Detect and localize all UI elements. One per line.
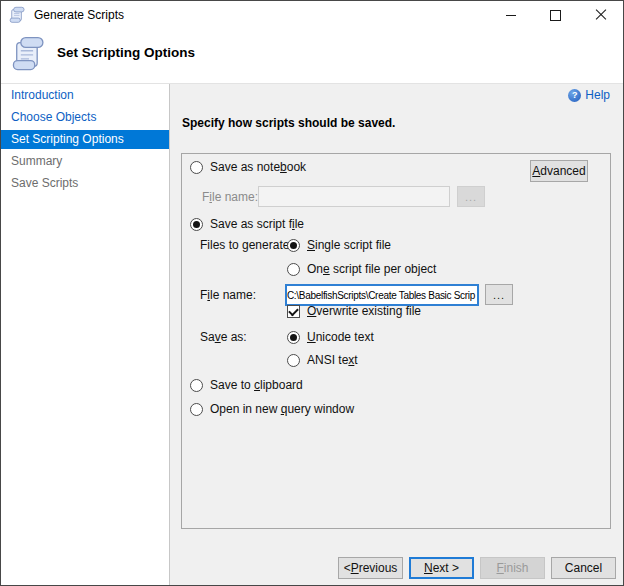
radio-save-as-notebook[interactable]: Save as notebook: [190, 159, 306, 175]
page-title: Set Scripting Options: [57, 45, 195, 60]
radio-label: Save as notebook: [210, 160, 306, 174]
radio-circle-icon: [190, 403, 203, 416]
radio-circle-icon: [287, 331, 300, 344]
minimize-icon: [506, 15, 516, 16]
checkbox-label: Overwrite existing file: [307, 304, 421, 318]
help-question-icon: [568, 89, 581, 102]
radio-label: Unicode text: [307, 330, 374, 344]
sidebar-item-introduction[interactable]: Introduction: [1, 84, 169, 106]
script-file-name-label: File name:: [200, 287, 256, 303]
previous-button[interactable]: < Previous: [338, 557, 403, 579]
notebook-file-name-label: File name:: [202, 189, 258, 205]
radio-label: Save to clipboard: [210, 378, 303, 392]
output-options-group: Save as notebook Advanced File name: ...…: [181, 153, 611, 529]
advanced-button[interactable]: Advanced: [530, 160, 588, 182]
radio-save-as-script-file[interactable]: Save as script file: [190, 216, 304, 232]
radio-one-script-file-per-object[interactable]: One script file per object: [287, 261, 436, 277]
wizard-steps-sidebar: Introduction Choose Objects Set Scriptin…: [1, 84, 169, 586]
wizard-header: Set Scripting Options: [1, 29, 623, 83]
radio-circle-icon: [190, 161, 203, 174]
instruction-text: Specify how scripts should be saved.: [182, 116, 395, 130]
next-button[interactable]: Next >: [409, 557, 474, 579]
checkbox-check-icon: [287, 305, 300, 318]
files-to-generate-label: Files to generate:: [200, 237, 293, 253]
radio-ansi-text[interactable]: ANSI text: [287, 352, 358, 368]
close-icon: [595, 9, 607, 21]
radio-circle-icon: [287, 354, 300, 367]
radio-circle-icon: [287, 239, 300, 252]
save-as-label: Save as:: [200, 329, 247, 345]
close-button[interactable]: [578, 1, 623, 29]
file-path-value: C:\BabelfishScripts\Create Tables Basic …: [287, 290, 475, 301]
sidebar-item-choose-objects[interactable]: Choose Objects: [1, 106, 169, 128]
minimize-button[interactable]: [488, 1, 533, 29]
maximize-icon: [550, 10, 561, 21]
sidebar-item-save-scripts: Save Scripts: [1, 172, 169, 194]
sidebar-item-summary: Summary: [1, 150, 169, 172]
window-title: Generate Scripts: [34, 8, 124, 22]
radio-label: Single script file: [307, 238, 391, 252]
radio-label: Save as script file: [210, 217, 304, 231]
checkbox-overwrite-existing-file[interactable]: Overwrite existing file: [287, 303, 421, 319]
help-link[interactable]: Help: [568, 88, 610, 102]
content-pane: Help Specify how scripts should be saved…: [170, 84, 624, 586]
radio-circle-icon: [190, 379, 203, 392]
radio-label: ANSI text: [307, 353, 358, 367]
radio-circle-icon: [287, 263, 300, 276]
radio-label: One script file per object: [307, 262, 436, 276]
cancel-button[interactable]: Cancel: [551, 557, 616, 579]
script-browse-button[interactable]: ...: [485, 284, 513, 305]
radio-circle-icon: [190, 218, 203, 231]
scroll-icon: [9, 6, 26, 24]
maximize-button[interactable]: [533, 1, 578, 29]
radio-unicode-text[interactable]: Unicode text: [287, 329, 374, 345]
radio-label: Open in new query window: [210, 402, 354, 416]
finish-button: Finish: [480, 557, 545, 579]
help-label: Help: [585, 88, 610, 102]
radio-single-script-file[interactable]: Single script file: [287, 237, 391, 253]
title-bar: Generate Scripts: [1, 1, 623, 29]
notebook-browse-button: ...: [457, 186, 485, 207]
radio-save-to-clipboard[interactable]: Save to clipboard: [190, 377, 303, 393]
sidebar-item-set-scripting-options[interactable]: Set Scripting Options: [1, 130, 169, 149]
notebook-file-name-input: [258, 186, 450, 207]
scroll-icon: [11, 34, 47, 74]
radio-open-in-new-query-window[interactable]: Open in new query window: [190, 401, 354, 417]
